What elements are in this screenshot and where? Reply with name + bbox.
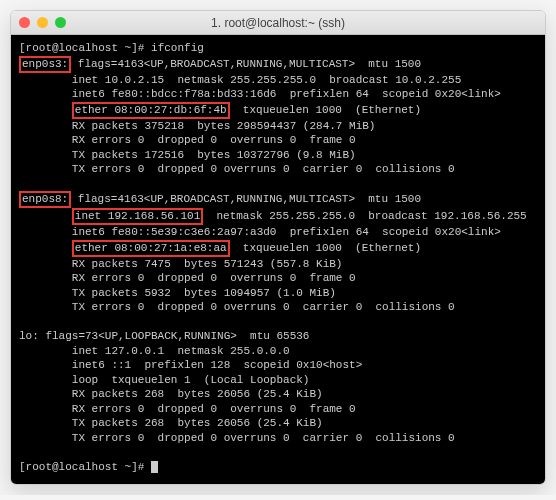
highlight-if1-inet: inet 192.168.56.101	[72, 208, 203, 225]
cursor-icon	[151, 461, 158, 473]
if1-ether-tail: txqueuelen 1000 (Ethernet)	[230, 242, 421, 254]
if0-rxp: RX packets 375218 bytes 298594437 (284.7…	[19, 120, 375, 132]
lo-inet: inet 127.0.0.1 netmask 255.0.0.0	[19, 345, 290, 357]
highlight-if1-name: enp0s8:	[19, 191, 71, 208]
lo-header: lo: flags=73<UP,LOOPBACK,RUNNING> mtu 65…	[19, 330, 309, 342]
highlight-if1-ether: ether 08:00:27:1a:e8:aa	[72, 240, 230, 257]
highlight-if0-name: enp0s3:	[19, 56, 71, 73]
lo-rxp: RX packets 268 bytes 26056 (25.4 KiB)	[19, 388, 323, 400]
if1-flags: flags=4163<UP,BROADCAST,RUNNING,MULTICAS…	[71, 193, 421, 205]
if0-ether-tail: txqueuelen 1000 (Ethernet)	[230, 104, 421, 116]
highlight-if0-ether: ether 08:00:27:db:6f:4b	[72, 102, 230, 119]
if0-inet6: inet6 fe80::bdcc:f78a:bd33:16d6 prefixle…	[19, 88, 501, 100]
lo-rxe: RX errors 0 dropped 0 overruns 0 frame 0	[19, 403, 356, 415]
if0-txe: TX errors 0 dropped 0 overruns 0 carrier…	[19, 163, 455, 175]
terminal-window: 1. root@localhost:~ (ssh) [root@localhos…	[10, 10, 546, 485]
if1-txp: TX packets 5932 bytes 1094957 (1.0 MiB)	[19, 287, 336, 299]
lo-inet6: inet6 ::1 prefixlen 128 scopeid 0x10<hos…	[19, 359, 362, 371]
if0-txp: TX packets 172516 bytes 10372796 (9.8 Mi…	[19, 149, 356, 161]
if0-flags: flags=4163<UP,BROADCAST,RUNNING,MULTICAS…	[71, 58, 421, 70]
if0-inet: inet 10.0.2.15 netmask 255.255.255.0 bro…	[19, 74, 461, 86]
window-title: 1. root@localhost:~ (ssh)	[11, 16, 545, 30]
lo-txe: TX errors 0 dropped 0 overruns 0 carrier…	[19, 432, 455, 444]
if1-rxp: RX packets 7475 bytes 571243 (557.8 KiB)	[19, 258, 342, 270]
terminal-output[interactable]: [root@localhost ~]# ifconfig enp0s3: fla…	[11, 35, 545, 484]
command: ifconfig	[151, 42, 204, 54]
lo-loop: loop txqueuelen 1 (Local Loopback)	[19, 374, 309, 386]
lo-txp: TX packets 268 bytes 26056 (25.4 KiB)	[19, 417, 323, 429]
if0-rxe: RX errors 0 dropped 0 overruns 0 frame 0	[19, 134, 356, 146]
if1-rxe: RX errors 0 dropped 0 overruns 0 frame 0	[19, 272, 356, 284]
titlebar[interactable]: 1. root@localhost:~ (ssh)	[11, 11, 545, 35]
prompt-end: [root@localhost ~]#	[19, 461, 151, 473]
prompt: [root@localhost ~]#	[19, 42, 151, 54]
if1-txe: TX errors 0 dropped 0 overruns 0 carrier…	[19, 301, 455, 313]
if1-inet-tail: netmask 255.255.255.0 broadcast 192.168.…	[203, 210, 526, 222]
if1-inet6: inet6 fe80::5e39:c3e6:2a97:a3d0 prefixle…	[19, 226, 501, 238]
